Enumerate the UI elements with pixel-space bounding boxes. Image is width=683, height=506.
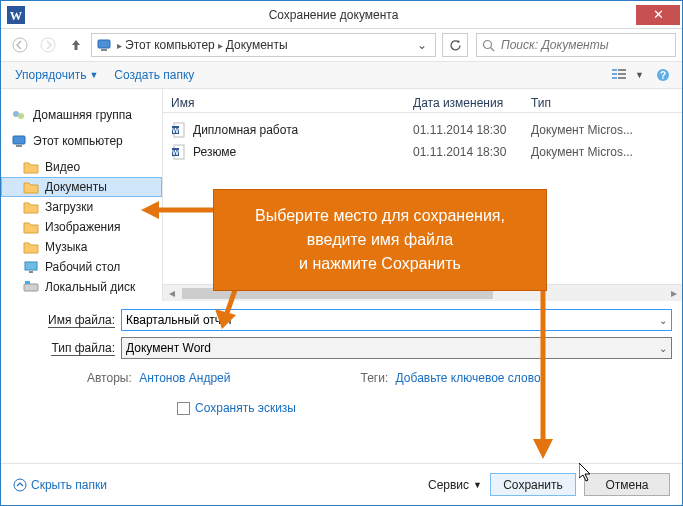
folder-icon xyxy=(23,239,39,255)
search-box[interactable] xyxy=(476,33,676,57)
svg-rect-21 xyxy=(29,271,33,273)
svg-text:W: W xyxy=(172,149,179,156)
header-type[interactable]: Тип xyxy=(531,96,682,110)
address-dropdown-icon[interactable]: ⌄ xyxy=(413,38,431,52)
header-name[interactable]: Имя xyxy=(163,96,413,110)
folder-icon xyxy=(23,219,39,235)
authors-label: Авторы: xyxy=(87,371,132,385)
refresh-button[interactable] xyxy=(442,33,468,57)
svg-text:?: ? xyxy=(660,70,666,81)
authors-value[interactable]: Антонов Андрей xyxy=(139,371,230,385)
svg-rect-20 xyxy=(25,262,37,270)
search-input[interactable] xyxy=(499,37,675,53)
cancel-button[interactable]: Отмена xyxy=(584,473,670,496)
save-dialog-window: W Сохранение документа ✕ ▸ Этот компьюте… xyxy=(0,0,683,506)
window-title: Сохранение документа xyxy=(31,8,636,22)
sidebar-item-thispc[interactable]: Этот компьютер xyxy=(1,131,162,151)
svg-point-2 xyxy=(13,38,27,52)
sidebar-item-localdisk[interactable]: Локальный диск xyxy=(1,277,162,297)
new-folder-button[interactable]: Создать папку xyxy=(108,66,200,84)
metadata-row: Авторы: Антонов Андрей Теги: Добавьте кл… xyxy=(37,365,672,385)
svg-rect-13 xyxy=(618,77,626,79)
breadcrumb-root[interactable]: Этот компьютер xyxy=(125,38,215,52)
cursor-icon xyxy=(579,463,595,483)
folder-icon xyxy=(23,179,39,195)
svg-rect-4 xyxy=(98,40,110,48)
chevron-down-icon[interactable]: ⌄ xyxy=(659,343,667,354)
forward-button[interactable] xyxy=(35,33,61,57)
back-button[interactable] xyxy=(7,33,33,57)
svg-rect-12 xyxy=(612,77,617,79)
annotation-arrow-save xyxy=(531,273,555,459)
chevron-down-icon: ▼ xyxy=(89,70,98,80)
chevron-down-icon: ▼ xyxy=(473,480,482,490)
list-header: Имя Дата изменения Тип xyxy=(163,89,682,113)
checkbox-icon xyxy=(177,402,190,415)
desktop-icon xyxy=(23,259,39,275)
svg-rect-10 xyxy=(612,73,617,75)
sidebar-item-video[interactable]: Видео xyxy=(1,157,162,177)
svg-rect-11 xyxy=(618,73,626,75)
svg-point-3 xyxy=(41,38,55,52)
toolbar: Упорядочить ▼ Создать папку ▼ ? xyxy=(1,61,682,89)
svg-marker-32 xyxy=(141,201,159,219)
pc-icon xyxy=(96,37,112,53)
pc-icon xyxy=(11,133,27,149)
homegroup-icon xyxy=(11,107,27,123)
tools-button[interactable]: Сервис ▼ xyxy=(428,478,482,492)
file-row[interactable]: WДипломная работа 01.11.2014 18:30 Докум… xyxy=(163,119,682,141)
tags-label: Теги: xyxy=(361,371,389,385)
breadcrumb-folder[interactable]: Документы xyxy=(226,38,288,52)
sidebar-item-documents[interactable]: Документы xyxy=(1,177,162,197)
header-date[interactable]: Дата изменения xyxy=(413,96,531,110)
form-area: Имя файла: Квартальный отчет⌄ Тип файла:… xyxy=(1,301,682,415)
svg-line-7 xyxy=(490,47,494,51)
sidebar-item-homegroup[interactable]: Домашняя группа xyxy=(1,105,162,125)
hide-folders-button[interactable]: Скрыть папки xyxy=(13,478,107,492)
sidebar-item-desktop[interactable]: Рабочий стол xyxy=(1,257,162,277)
folder-icon xyxy=(23,159,39,175)
svg-rect-8 xyxy=(612,69,617,71)
svg-point-6 xyxy=(483,40,491,48)
nav-bar: ▸ Этот компьютер ▸ Документы ⌄ xyxy=(1,29,682,61)
address-bar[interactable]: ▸ Этот компьютер ▸ Документы ⌄ xyxy=(91,33,436,57)
svg-marker-34 xyxy=(215,309,236,329)
chevron-down-icon[interactable]: ⌄ xyxy=(659,315,667,326)
word-app-icon: W xyxy=(7,6,25,24)
svg-rect-9 xyxy=(618,69,626,71)
organize-button[interactable]: Упорядочить ▼ xyxy=(9,66,104,84)
svg-point-17 xyxy=(18,113,24,119)
svg-text:W: W xyxy=(172,127,179,134)
search-icon xyxy=(477,39,499,52)
view-options-button[interactable]: ▼ xyxy=(608,66,648,84)
up-button[interactable] xyxy=(63,33,89,57)
save-thumbs-checkbox[interactable]: Сохранять эскизы xyxy=(37,385,672,415)
help-button[interactable]: ? xyxy=(652,66,674,84)
svg-text:W: W xyxy=(10,8,23,22)
close-button[interactable]: ✕ xyxy=(636,5,680,25)
svg-rect-5 xyxy=(101,49,107,51)
svg-rect-22 xyxy=(24,284,38,291)
chevron-right-icon[interactable]: ▸ xyxy=(218,40,223,51)
filetype-label: Тип файла: xyxy=(37,341,121,355)
drive-icon xyxy=(23,279,39,295)
save-button[interactable]: Сохранить xyxy=(490,473,576,496)
sidebar-item-pictures[interactable]: Изображения xyxy=(1,217,162,237)
tags-value[interactable]: Добавьте ключевое слово xyxy=(396,371,541,385)
sidebar-item-downloads[interactable]: Загрузки xyxy=(1,197,162,217)
word-doc-icon: W xyxy=(171,144,187,160)
folder-icon xyxy=(23,199,39,215)
word-doc-icon: W xyxy=(171,122,187,138)
svg-marker-36 xyxy=(533,439,553,459)
filename-input[interactable]: Квартальный отчет⌄ xyxy=(121,309,672,331)
filetype-input[interactable]: Документ Word⌄ xyxy=(121,337,672,359)
chevron-up-icon xyxy=(13,478,27,492)
chevron-right-icon[interactable]: ▸ xyxy=(117,40,122,51)
svg-rect-18 xyxy=(13,136,25,144)
sidebar: Домашняя группа Этот компьютер Видео Док… xyxy=(1,89,163,301)
annotation-arrow-left xyxy=(141,199,217,221)
file-row[interactable]: WРезюме 01.11.2014 18:30 Документ Micros… xyxy=(163,141,682,163)
svg-rect-23 xyxy=(25,281,30,284)
annotation-callout: Выберите место для сохранения, введите и… xyxy=(213,189,547,291)
sidebar-item-music[interactable]: Музыка xyxy=(1,237,162,257)
